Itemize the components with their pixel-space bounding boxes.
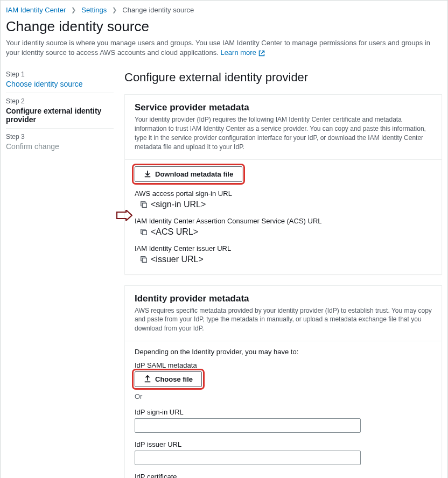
- idp-issuer-label: IdP issuer URL: [135, 440, 432, 448]
- idp-cert-label: IdP certificate: [135, 473, 432, 478]
- copy-icon[interactable]: [140, 201, 148, 208]
- idp-note: Depending on the Identity provider, you …: [135, 348, 432, 356]
- svg-rect-2: [142, 258, 146, 262]
- idp-issuer-input[interactable]: [135, 451, 361, 465]
- signin-url-label: AWS access portal sign-in URL: [135, 189, 432, 198]
- step1-link[interactable]: Choose identity source: [6, 80, 114, 88]
- issuer-url-value: <issuer URL>: [151, 255, 204, 264]
- breadcrumb-iam[interactable]: IAM Identity Center: [6, 6, 66, 14]
- download-icon: [144, 170, 151, 178]
- main-heading: Configure external identity provider: [124, 71, 442, 85]
- breadcrumb-current: Change identity source: [122, 6, 194, 14]
- breadcrumb: IAM Identity Center ❯ Settings ❯ Change …: [1, 1, 447, 18]
- sp-title: Service provider metadata: [135, 102, 432, 113]
- idp-signin-label: IdP sign-in URL: [135, 408, 432, 416]
- copy-icon[interactable]: [140, 228, 148, 236]
- step3-label: Step 3: [6, 133, 114, 140]
- step3-future: Confirm change: [6, 142, 114, 151]
- copy-icon[interactable]: [140, 256, 148, 263]
- svg-rect-0: [142, 203, 146, 207]
- download-metadata-button[interactable]: Download metadata file: [135, 166, 242, 182]
- acs-url-value: <ACS URL>: [151, 227, 198, 237]
- page-subtitle: Your identity source is where you manage…: [6, 38, 439, 58]
- page-title: Change identity source: [6, 18, 439, 35]
- breadcrumb-settings[interactable]: Settings: [81, 6, 107, 14]
- chevron-right-icon: ❯: [112, 6, 117, 13]
- chevron-right-icon: ❯: [71, 6, 76, 13]
- wizard-stepper: Step 1 Choose identity source Step 2 Con…: [6, 71, 114, 478]
- learn-more-link[interactable]: Learn more: [220, 48, 264, 57]
- svg-rect-1: [142, 230, 146, 235]
- identity-provider-panel: Identity provider metadata AWS requires …: [124, 285, 442, 478]
- acs-url-label: IAM Identity Center Assertion Consumer S…: [135, 217, 432, 225]
- issuer-url-label: IAM Identity Center issuer URL: [135, 244, 432, 252]
- step1-label: Step 1: [6, 71, 114, 78]
- idp-signin-input[interactable]: [135, 418, 361, 433]
- saml-metadata-label: IdP SAML metadata: [135, 361, 432, 369]
- step2-label: Step 2: [6, 97, 114, 105]
- arrow-annotation-icon: [116, 210, 132, 221]
- idp-description: AWS requires specific metadata provided …: [135, 306, 432, 333]
- idp-title: Identity provider metadata: [135, 293, 432, 304]
- choose-file-saml-button[interactable]: Choose file: [135, 371, 202, 387]
- external-link-icon: [258, 50, 265, 57]
- or-divider: Or: [135, 392, 432, 400]
- service-provider-panel: Service provider metadata Your identity …: [124, 94, 442, 274]
- upload-icon: [144, 375, 151, 383]
- step2-current: Configure external identity provider: [6, 107, 114, 124]
- signin-url-value: <sign-in URL>: [151, 200, 206, 209]
- sp-description: Your identity provider (IdP) requires th…: [135, 115, 432, 151]
